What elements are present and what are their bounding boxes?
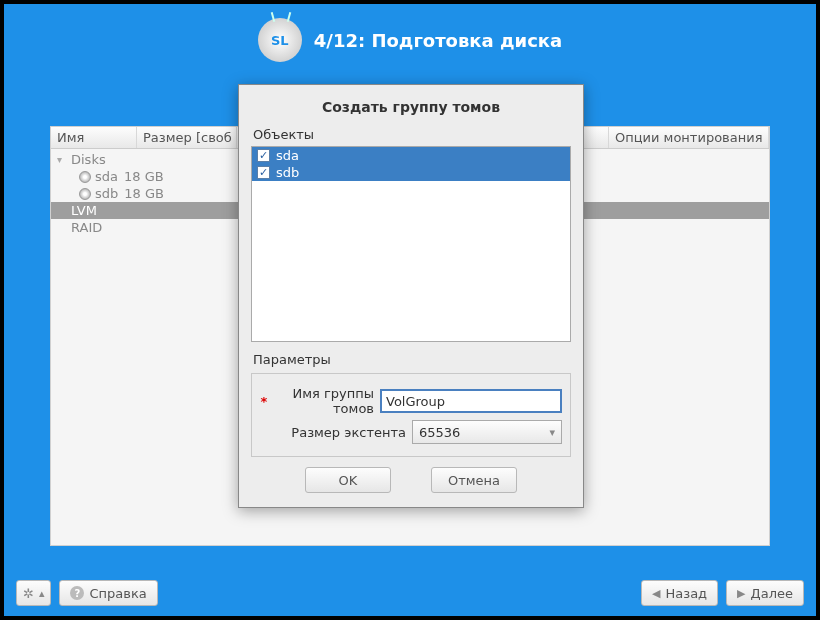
objects-section-label: Объекты bbox=[253, 127, 571, 142]
tree-label: LVM bbox=[71, 203, 97, 218]
wizard-footer: ✲ ▴ ? Справка ◀ Назад ▶ Далее bbox=[16, 580, 804, 606]
cancel-button[interactable]: Отмена bbox=[431, 467, 517, 493]
vg-name-label: Имя группы томов bbox=[274, 386, 374, 416]
checkbox-checked-icon[interactable]: ✓ bbox=[257, 166, 270, 179]
wizard-header: SL 4/12: Подготовка диска bbox=[4, 4, 816, 76]
disk-name: sdb bbox=[95, 186, 118, 201]
extent-size-row: Размер экстента 65536 ▾ bbox=[260, 420, 562, 444]
disk-size: 18 GB bbox=[124, 186, 164, 201]
disk-icon bbox=[79, 188, 91, 200]
tree-label: RAID bbox=[71, 220, 102, 235]
list-item-label: sda bbox=[276, 148, 299, 163]
vg-name-input[interactable] bbox=[380, 389, 562, 413]
select-value: 65536 bbox=[419, 425, 460, 440]
chevron-up-icon: ▴ bbox=[39, 587, 45, 600]
vg-name-row: * Имя группы томов bbox=[260, 386, 562, 416]
extent-size-select[interactable]: 65536 ▾ bbox=[412, 420, 562, 444]
dialog-button-row: OK Отмена bbox=[251, 467, 571, 493]
col-name-header[interactable]: Имя bbox=[51, 127, 137, 148]
back-button[interactable]: ◀ Назад bbox=[641, 580, 718, 606]
create-volume-group-dialog: Создать группу томов Объекты ✓ sda ✓ sdb… bbox=[238, 84, 584, 508]
list-item-label: sdb bbox=[276, 165, 299, 180]
list-item[interactable]: ✓ sdb bbox=[252, 164, 570, 181]
params-box: * Имя группы томов Размер экстента 65536… bbox=[251, 373, 571, 457]
checkbox-checked-icon[interactable]: ✓ bbox=[257, 149, 270, 162]
installer-window: SL 4/12: Подготовка диска Имя Размер [св… bbox=[4, 4, 816, 616]
params-section-label: Параметры bbox=[253, 352, 571, 367]
distro-logo: SL bbox=[258, 18, 302, 62]
physical-volumes-listbox[interactable]: ✓ sda ✓ sdb bbox=[251, 146, 571, 342]
chevron-down-icon: ▾ bbox=[549, 426, 555, 439]
ok-button[interactable]: OK bbox=[305, 467, 391, 493]
disk-name: sda bbox=[95, 169, 118, 184]
required-asterisk-icon: * bbox=[260, 394, 268, 409]
chevron-left-icon: ◀ bbox=[652, 587, 660, 600]
wizard-step-title: 4/12: Подготовка диска bbox=[314, 30, 562, 51]
button-label: Назад bbox=[665, 586, 707, 601]
col-size-header[interactable]: Размер [своб bbox=[137, 127, 237, 148]
tree-label: Disks bbox=[71, 152, 106, 167]
disk-icon bbox=[79, 171, 91, 183]
button-label: Далее bbox=[751, 586, 793, 601]
help-button[interactable]: ? Справка bbox=[59, 580, 157, 606]
col-mount-header[interactable]: Опции монтирования bbox=[609, 127, 769, 148]
logo-text: SL bbox=[271, 33, 289, 48]
disk-size: 18 GB bbox=[124, 169, 164, 184]
help-icon: ? bbox=[70, 586, 84, 600]
button-label: Отмена bbox=[448, 473, 500, 488]
gear-icon: ✲ bbox=[23, 586, 34, 601]
dialog-title: Создать группу томов bbox=[251, 95, 571, 125]
chevron-right-icon: ▶ bbox=[737, 587, 745, 600]
list-item[interactable]: ✓ sda bbox=[252, 147, 570, 164]
next-button[interactable]: ▶ Далее bbox=[726, 580, 804, 606]
menu-button[interactable]: ✲ ▴ bbox=[16, 580, 51, 606]
chevron-down-icon[interactable]: ▾ bbox=[57, 154, 67, 165]
extent-size-label: Размер экстента bbox=[276, 425, 406, 440]
button-label: OK bbox=[339, 473, 358, 488]
button-label: Справка bbox=[89, 586, 146, 601]
